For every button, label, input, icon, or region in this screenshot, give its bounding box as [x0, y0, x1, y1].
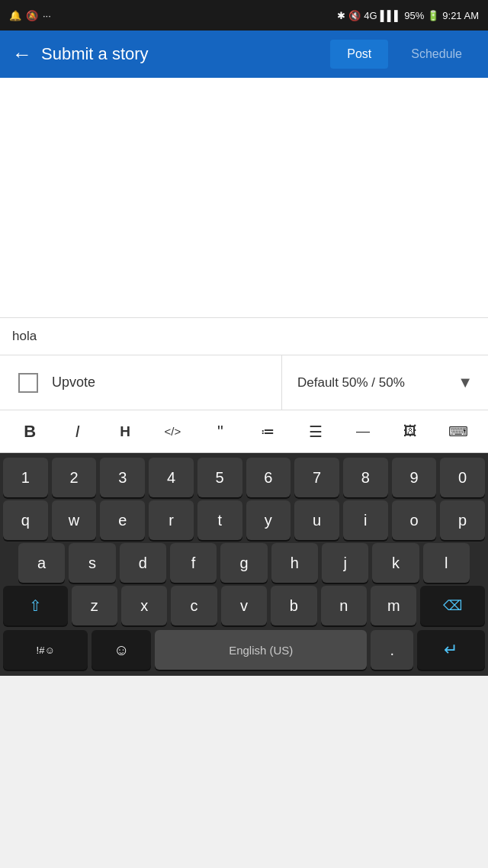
signal-mute-icon: 🔇 — [348, 10, 361, 21]
shift-key[interactable]: ⇧ — [3, 586, 68, 625]
quote-button[interactable]: " — [197, 410, 244, 452]
upvote-left: Upvote — [0, 355, 282, 410]
link-input-row[interactable]: hola — [0, 318, 488, 355]
format-toolbar: B I H </> " ≔ ☰ — 🖼 ⌨ — [0, 410, 488, 453]
silent-icon: 🔕 — [26, 10, 38, 21]
schedule-button[interactable]: Schedule — [397, 40, 476, 69]
bullet-list-button[interactable]: ≔ — [244, 410, 291, 452]
more-icon: ··· — [43, 10, 51, 21]
battery-icon: 🔋 — [427, 10, 439, 21]
image-button[interactable]: 🖼 — [387, 410, 434, 452]
key-k[interactable]: k — [372, 543, 419, 583]
upvote-checkbox[interactable] — [18, 373, 38, 393]
page-title: Submit a story — [41, 44, 321, 64]
code-button[interactable]: </> — [149, 410, 196, 452]
key-q[interactable]: q — [3, 500, 48, 540]
network-icon: 4G — [364, 10, 377, 21]
key-n[interactable]: n — [321, 586, 367, 625]
enter-key[interactable]: ↵ — [417, 630, 485, 670]
key-x[interactable]: x — [121, 586, 167, 625]
upvote-percent-value: Default 50% / 50% — [297, 375, 405, 391]
signal-bars-icon: ▌▌▌ — [380, 10, 402, 21]
key-p[interactable]: p — [440, 500, 485, 540]
keyboard-button[interactable]: ⌨ — [435, 410, 482, 452]
key-g[interactable]: g — [220, 543, 267, 583]
space-key[interactable]: English (US) — [155, 630, 367, 670]
period-key[interactable]: . — [371, 630, 413, 670]
status-icons-left: 🔔 🔕 ··· — [9, 10, 51, 21]
backspace-key[interactable]: ⌫ — [420, 586, 485, 625]
key-m[interactable]: m — [371, 586, 416, 625]
battery-percent: 95% — [404, 10, 424, 21]
key-w[interactable]: w — [52, 500, 97, 540]
upvote-row: Upvote Default 50% / 50% ▼ — [0, 355, 488, 410]
key-7[interactable]: 7 — [294, 458, 339, 497]
key-a[interactable]: a — [18, 543, 65, 583]
key-r[interactable]: r — [149, 500, 194, 540]
key-v[interactable]: v — [221, 586, 267, 625]
key-i[interactable]: i — [343, 500, 388, 540]
key-s[interactable]: s — [69, 543, 115, 583]
number-row: 1 2 3 4 5 6 7 8 9 0 — [0, 453, 488, 499]
dropdown-arrow-icon: ▼ — [458, 374, 473, 391]
key-5[interactable]: 5 — [197, 458, 242, 497]
back-button[interactable]: ← — [12, 43, 32, 66]
key-h[interactable]: h — [271, 543, 318, 583]
story-textarea[interactable] — [9, 85, 479, 307]
asdf-row: a s d f g h j k l — [0, 542, 488, 584]
key-c[interactable]: c — [171, 586, 217, 625]
key-6[interactable]: 6 — [246, 458, 291, 497]
keyboard: 1 2 3 4 5 6 7 8 9 0 q w e r t y u i o p … — [0, 453, 488, 676]
list-button[interactable]: ☰ — [291, 410, 339, 452]
key-l[interactable]: l — [423, 543, 470, 583]
key-e[interactable]: e — [100, 500, 145, 540]
key-1[interactable]: 1 — [3, 458, 48, 497]
key-3[interactable]: 3 — [100, 458, 145, 497]
key-y[interactable]: y — [246, 500, 291, 540]
key-9[interactable]: 9 — [392, 458, 437, 497]
key-2[interactable]: 2 — [52, 458, 97, 497]
key-4[interactable]: 4 — [149, 458, 194, 497]
key-u[interactable]: u — [294, 500, 339, 540]
key-f[interactable]: f — [170, 543, 217, 583]
key-j[interactable]: j — [322, 543, 368, 583]
key-d[interactable]: d — [120, 543, 166, 583]
bold-button[interactable]: B — [6, 410, 53, 452]
key-o[interactable]: o — [392, 500, 437, 540]
emoji-key[interactable]: ☺ — [92, 630, 151, 670]
bluetooth-icon: ✱ — [337, 10, 345, 21]
key-z[interactable]: z — [72, 586, 117, 625]
italic-button[interactable]: I — [53, 410, 101, 452]
app-bar: ← Submit a story Post Schedule — [0, 31, 488, 78]
key-b[interactable]: b — [271, 586, 316, 625]
status-bar: 🔔 🔕 ··· ✱ 🔇 4G ▌▌▌ 95% 🔋 9:21 AM — [0, 0, 488, 31]
symbols-key[interactable]: !#☺ — [3, 630, 88, 670]
key-0[interactable]: 0 — [440, 458, 485, 497]
notification-icon: 🔔 — [9, 10, 21, 21]
bottom-row: !#☺ ☺ English (US) . ↵ — [0, 627, 488, 676]
zxcv-row: ⇧ z x c v b n m ⌫ — [0, 584, 488, 627]
story-textarea-container — [0, 78, 488, 318]
upvote-label: Upvote — [52, 375, 95, 391]
link-value: hola — [12, 329, 37, 343]
post-button[interactable]: Post — [330, 40, 388, 69]
key-8[interactable]: 8 — [343, 458, 388, 497]
qwerty-row: q w e r t y u i o p — [0, 499, 488, 542]
upvote-percent-dropdown[interactable]: Default 50% / 50% ▼ — [282, 355, 488, 410]
heading-button[interactable]: H — [101, 410, 149, 452]
time: 9:21 AM — [442, 10, 479, 21]
divider-button[interactable]: — — [339, 410, 387, 452]
key-t[interactable]: t — [197, 500, 242, 540]
status-icons-right: ✱ 🔇 4G ▌▌▌ 95% 🔋 9:21 AM — [337, 10, 479, 21]
